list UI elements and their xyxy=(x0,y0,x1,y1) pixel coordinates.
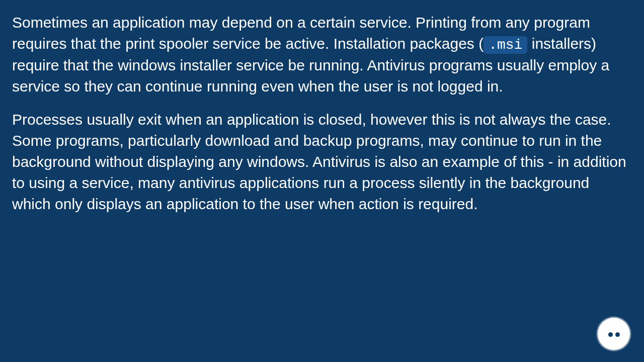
document-content: Sometimes an application may depend on a… xyxy=(12,12,632,215)
paragraph-1: Sometimes an application may depend on a… xyxy=(12,12,632,97)
chat-widget-face-icon xyxy=(608,332,620,337)
inline-code-msi: .msi xyxy=(484,36,527,54)
chat-widget-button[interactable] xyxy=(598,318,630,350)
paragraph-2: Processes usually exit when an applicati… xyxy=(12,109,632,215)
